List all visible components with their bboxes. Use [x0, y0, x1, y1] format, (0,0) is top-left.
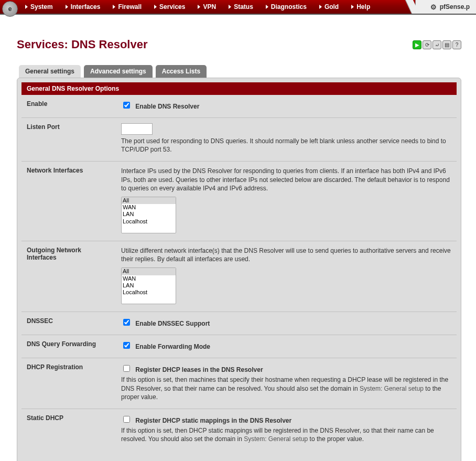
- triangle-icon: [229, 5, 231, 9]
- row-outgoing-interfaces: Outgoing Network Interfaces Utilize diff…: [21, 241, 457, 312]
- row-enable: Enable Enable DNS Resolver: [21, 95, 457, 118]
- enable-dns-resolver-label: Enable DNS Resolver: [135, 103, 199, 110]
- dhcp-registration-label: Register DHCP leases in the DNS Resolver: [135, 366, 263, 373]
- row-dnssec: DNSSEC Enable DNSSEC Support: [21, 312, 457, 335]
- listen-port-desc: The port used for responding to DNS quer…: [121, 137, 451, 154]
- enable-dns-resolver-checkbox[interactable]: [123, 102, 130, 109]
- label-enable: Enable: [21, 95, 116, 118]
- static-dhcp-label: Register DHCP static mappings in the DNS…: [135, 417, 291, 424]
- label-static-dhcp: Static DHCP: [21, 409, 116, 451]
- main-menu: System Interfaces Firewall Services VPN …: [0, 0, 415, 14]
- outgoing-interfaces-desc: Utilize different network interface(s) t…: [121, 246, 451, 263]
- page-icon[interactable]: ▤: [442, 40, 451, 49]
- triangle-icon: [113, 5, 115, 9]
- refresh-icon[interactable]: ⤾: [432, 40, 441, 49]
- gear-icon: ⚙: [430, 3, 437, 11]
- triangle-icon: [154, 5, 157, 9]
- tab-advanced-settings[interactable]: Advanced settings: [84, 65, 153, 78]
- tab-access-lists[interactable]: Access Lists: [156, 65, 207, 78]
- page-title: Services: DNS Resolver: [17, 38, 147, 51]
- label-network-interfaces: Network Interfaces: [21, 162, 116, 241]
- menu-diagnostics[interactable]: Diagnostics: [266, 3, 307, 10]
- settings-panel: General DNS Resolver Options Enable Enab…: [17, 78, 461, 461]
- tab-bar: General settings Advanced settings Acces…: [19, 65, 461, 78]
- triangle-icon: [266, 5, 268, 9]
- row-static-dhcp: Static DHCP Register DHCP static mapping…: [21, 409, 457, 451]
- menu-vpn[interactable]: VPN: [198, 3, 216, 10]
- play-icon[interactable]: ▶: [413, 40, 421, 49]
- forwarding-mode-label: Enable Forwarding Mode: [135, 343, 210, 350]
- listen-port-input[interactable]: [121, 123, 153, 135]
- tab-general-settings[interactable]: General settings: [19, 65, 81, 78]
- dhcp-registration-checkbox[interactable]: [123, 365, 130, 372]
- row-listen-port: Listen Port The port used for responding…: [21, 118, 457, 162]
- static-dhcp-desc: If this option is set, then DHCP static …: [121, 426, 451, 443]
- row-network-interfaces: Network Interfaces Interface IPs used by…: [21, 162, 457, 241]
- dnssec-checkbox[interactable]: [123, 319, 130, 326]
- top-menu-bar: e System Interfaces Firewall Services VP…: [0, 0, 476, 15]
- label-listen-port: Listen Port: [21, 118, 116, 162]
- row-dns-query-forwarding: DNS Query Forwarding Enable Forwarding M…: [21, 335, 457, 358]
- dnssec-label: Enable DNSSEC Support: [135, 320, 210, 327]
- row-dhcp-registration: DHCP Registration Register DHCP leases i…: [21, 358, 457, 409]
- system-general-setup-link[interactable]: System: General setup: [244, 435, 308, 443]
- brand-tab[interactable]: ⚙ pfSense.p: [415, 0, 476, 14]
- label-outgoing-interfaces: Outgoing Network Interfaces: [21, 241, 116, 312]
- dhcp-registration-desc: If this option is set, then machines tha…: [121, 376, 451, 401]
- label-dnssec: DNSSEC: [21, 312, 116, 335]
- brand-label: pfSense.p: [440, 3, 470, 10]
- triangle-icon: [66, 5, 68, 9]
- triangle-icon: [25, 5, 28, 9]
- menu-help[interactable]: Help: [351, 3, 370, 10]
- label-dhcp-registration: DHCP Registration: [21, 358, 116, 409]
- system-general-setup-link[interactable]: System: General setup: [360, 385, 424, 392]
- forwarding-mode-checkbox[interactable]: [123, 342, 130, 349]
- menu-gold[interactable]: Gold: [319, 3, 339, 10]
- menu-services[interactable]: Services: [154, 3, 185, 10]
- triangle-icon: [198, 5, 200, 9]
- menu-status[interactable]: Status: [229, 3, 253, 10]
- section-header: General DNS Resolver Options: [21, 82, 457, 95]
- label-dns-query-forwarding: DNS Query Forwarding: [21, 335, 116, 358]
- triangle-icon: [319, 5, 322, 9]
- triangle-icon: [351, 5, 354, 9]
- network-interfaces-select[interactable]: All WAN LAN Localhost: [121, 197, 176, 233]
- outgoing-interfaces-select[interactable]: All WAN LAN Localhost: [121, 267, 176, 304]
- logo: e: [2, 1, 18, 17]
- static-dhcp-checkbox[interactable]: [123, 416, 130, 423]
- menu-interfaces[interactable]: Interfaces: [66, 3, 101, 10]
- help-icon[interactable]: ?: [452, 40, 461, 49]
- menu-firewall[interactable]: Firewall: [113, 3, 142, 10]
- network-interfaces-desc: Interface IPs used by the DNS Resolver f…: [121, 167, 451, 192]
- menu-system[interactable]: System: [25, 3, 53, 10]
- reload-icon[interactable]: ⟳: [423, 40, 431, 49]
- page-action-icons: ▶ ⟳ ⤾ ▤ ?: [413, 40, 461, 49]
